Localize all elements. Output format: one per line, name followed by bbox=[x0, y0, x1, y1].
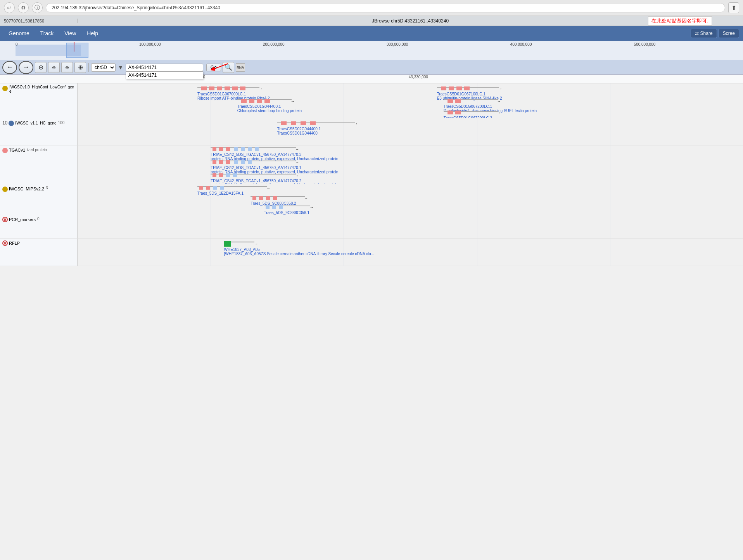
grid-line bbox=[610, 118, 610, 145]
track-icon-mips bbox=[2, 187, 8, 192]
browser-info-btn[interactable]: ⓘ bbox=[32, 2, 43, 13]
overview-bar: 0 100,000,000 200,000,000 300,000,000 40… bbox=[0, 41, 743, 60]
menu-genome[interactable]: Genome bbox=[4, 29, 34, 38]
grid-line bbox=[610, 184, 610, 215]
zoom-out-sm-btn[interactable]: ⊖ bbox=[48, 62, 60, 73]
track-label-number: 10 bbox=[2, 120, 7, 126]
gene-g11[interactable]: → Traes_5DS_9C888C358.2 bbox=[251, 196, 305, 206]
browser-forward-btn[interactable]: ♻ bbox=[18, 2, 29, 13]
gene-g12[interactable]: → Traes_5DS_9C888C358.1 bbox=[264, 205, 310, 215]
status-location-center: JBrowse chr5D:43321161..43340240 bbox=[78, 18, 743, 24]
track-content-tgacv1: → TRIAE_CS42_5DS_TGACv1_456750_AA1477470… bbox=[78, 145, 743, 184]
gene-g1[interactable]: → TraesCS5D01G067000LC.1 Ribose import A… bbox=[197, 86, 270, 100]
gene-g9-desc[interactable]: protein, RNA binding protein, putative, … bbox=[211, 183, 338, 184]
grid-line bbox=[344, 215, 344, 239]
gene-g8[interactable]: → TRIAE_CS42_5DS_TGACv1_456750_AA1477470… bbox=[211, 160, 338, 174]
status-bar: 50770701..50817850 JBrowse chr5D:4332116… bbox=[0, 16, 743, 26]
menu-bar: Genome Track View Help ⇄ Share Scree bbox=[0, 26, 743, 41]
grid-line bbox=[211, 118, 211, 145]
track-sublabel-tgacv1: ized protein bbox=[27, 148, 47, 152]
gene-g3-desc[interactable]: Chloroplast stem-loop-binding protein bbox=[237, 109, 302, 113]
gene-g2[interactable]: → TraesCS5D01G067100LC.1 E3 ubiquitin-pr… bbox=[437, 86, 502, 100]
gene-g3[interactable]: → TraesCS5D01G044400.1 Chloroplast stem-… bbox=[237, 99, 302, 113]
menu-view[interactable]: View bbox=[60, 29, 81, 38]
track-label-rflp: RFLP bbox=[0, 239, 78, 266]
rna-icon[interactable]: RNA bbox=[236, 63, 245, 72]
gene-g3-name[interactable]: TraesCS5D01G044400.1 bbox=[237, 104, 302, 109]
track-icon-iwgscv1 bbox=[2, 86, 8, 91]
zoom-out-btn[interactable]: ⊖ bbox=[35, 62, 47, 73]
gene-g12-name[interactable]: Traes_5DS_9C888C358.1 bbox=[264, 211, 310, 215]
grid-line bbox=[610, 239, 610, 266]
track-content-pcr bbox=[78, 215, 743, 239]
toolbar-sep-1 bbox=[88, 63, 89, 72]
browser-chrome: ↩ ♻ ⓘ 202.194.139.32/jbrowse/?data=Chine… bbox=[0, 0, 743, 16]
grid-line bbox=[477, 145, 477, 184]
menu-screen-btn[interactable]: Scree bbox=[719, 29, 739, 38]
gene-g5-name[interactable]: TraesCS5D01G067200LC.2 bbox=[444, 116, 537, 118]
track-name-iwgsc-v11: IWGSC_v1.1_HC_gene bbox=[15, 121, 56, 125]
track-name-rflp: RFLP bbox=[9, 241, 20, 245]
gene-g10-name[interactable]: Traes_5DS_1E2DA15FA.1 bbox=[197, 191, 267, 195]
grid-line bbox=[477, 184, 477, 215]
grid-line bbox=[344, 145, 344, 184]
gene-g6[interactable]: → TraesCS5D02G044400.1 TraesCS5D01G04440… bbox=[277, 121, 355, 135]
location-input[interactable] bbox=[126, 64, 203, 71]
gene-g9-name[interactable]: TRIAE_CS42_5DS_TGACv1_456750_AA1477470.2 bbox=[211, 179, 338, 183]
ruler: 43,325,000 43,330,000 bbox=[0, 75, 743, 83]
gene-g7[interactable]: → TRIAE_CS42_5DS_TGACv1_456750_AA1477470… bbox=[211, 147, 338, 161]
gene-g2-name[interactable]: TraesCS5D01G067100LC.1 bbox=[437, 92, 502, 96]
gene-g13[interactable]: → WHE1837_A03_A05 [WHE1837_A03_A05ZS Sec… bbox=[224, 241, 374, 256]
address-bar[interactable]: 202.194.139.32/jbrowse/?data=Chinese_Spr… bbox=[46, 3, 725, 12]
nav-back-btn[interactable]: ← bbox=[2, 61, 17, 74]
gene-g8-name[interactable]: TRIAE_CS42_5DS_TGACv1_456750_AA1477470.1 bbox=[211, 166, 338, 170]
gene-g10[interactable]: → Traes_5DS_1E2DA15FA.1 bbox=[197, 186, 267, 195]
status-location-left: 50770701..50817850 bbox=[0, 19, 78, 23]
track-name-iwgscv1: IWGSCv1.0_HighConf_LowConf_gene bbox=[9, 85, 75, 93]
zoom-in-btn[interactable]: ⊕ bbox=[74, 62, 86, 73]
gene-g1-name[interactable]: TraesCS5D01G067000LC.1 bbox=[197, 92, 270, 96]
svg-line-0 bbox=[213, 64, 228, 69]
menu-share-btn[interactable]: ⇄ Share bbox=[691, 29, 717, 38]
track-content-iwgsc-v11: → TraesCS5D02G044400.1 TraesCS5D01G04440… bbox=[78, 118, 743, 145]
location-suggestion[interactable]: AX-94514171 bbox=[126, 71, 203, 79]
track-name-pcr: PCR_markers bbox=[9, 217, 36, 222]
track-sublabel-pcr: 0 bbox=[37, 217, 40, 221]
tracks-container: IWGSCv1.0_HighConf_LowConf_gene → bbox=[0, 83, 743, 266]
track-content-rflp: → WHE1837_A03_A05 [WHE1837_A03_A05ZS Sec… bbox=[78, 239, 743, 266]
gene-g9[interactable]: → TRIAE_CS42_5DS_TGACv1_456750_AA1477470… bbox=[211, 173, 338, 184]
track-icon-rflp bbox=[2, 240, 8, 246]
gene-g6-name[interactable]: TraesCS5D02G044400.1 bbox=[277, 127, 355, 131]
gene-g5[interactable]: → TraesCS5D01G067200LC.2 D-galactoside/L… bbox=[444, 111, 537, 118]
scale-tick-400m: 400,000,000 bbox=[510, 42, 532, 47]
gene-g13-name[interactable]: WHE1837_A03_A05 bbox=[224, 247, 374, 252]
menu-track[interactable]: Track bbox=[36, 29, 58, 38]
track-label-iwgsc-v11: 10 IWGSC_v1.1_HC_gene 100 bbox=[0, 118, 78, 145]
nav-forward-btn[interactable]: → bbox=[19, 61, 33, 74]
gene-g6-desc[interactable]: TraesCS5D01G044400 bbox=[277, 131, 355, 135]
grid-line bbox=[610, 145, 610, 184]
grid-line bbox=[477, 239, 477, 266]
scale-tick-500m: 500,000,000 bbox=[634, 42, 656, 47]
scale-tick-100m: 100,000,000 bbox=[139, 42, 161, 47]
chrom-select[interactable]: chr5D bbox=[91, 63, 116, 72]
grid-line bbox=[211, 215, 211, 239]
track-icon-iwgsc-v11 bbox=[9, 121, 14, 126]
browser-share-btn[interactable]: ⬆ bbox=[728, 2, 739, 13]
toolbar: ← → ⊖ ⊖ ⊕ ⊕ chr5D ▼ AX-94514171 Go 🔍 RNA… bbox=[0, 60, 743, 75]
gene-g4-name[interactable]: TraesCS5D01G067200LC.1 bbox=[444, 104, 537, 109]
gene-g7-name[interactable]: TRIAE_CS42_5DS_TGACv1_456750_AA1477470.3 bbox=[211, 152, 338, 157]
track-iwgscv1: IWGSCv1.0_HighConf_LowConf_gene → bbox=[0, 83, 743, 118]
zoom-in-sm-btn[interactable]: ⊕ bbox=[61, 62, 73, 73]
track-content-iwgscv1: → TraesCS5D01G067000LC.1 Ribose import A… bbox=[78, 83, 743, 118]
track-label-tgacv1: TGACv1 ized protein bbox=[0, 145, 78, 184]
track-icon-pcr bbox=[2, 217, 8, 222]
grid-line bbox=[610, 83, 610, 118]
annotation-arrow-svg bbox=[209, 62, 232, 73]
gene-g13-desc[interactable]: [WHE1837_A03_A05ZS Secale cereale anther… bbox=[224, 252, 374, 256]
menu-help[interactable]: Help bbox=[82, 29, 103, 38]
annotation-tooltip: 在此处粘贴基因名字即可. bbox=[648, 16, 712, 26]
browser-back-btn[interactable]: ↩ bbox=[4, 2, 15, 13]
scale-tick-200m: 200,000,000 bbox=[263, 42, 285, 47]
track-tgacv1: TGACv1 ized protein → bbox=[0, 145, 743, 184]
